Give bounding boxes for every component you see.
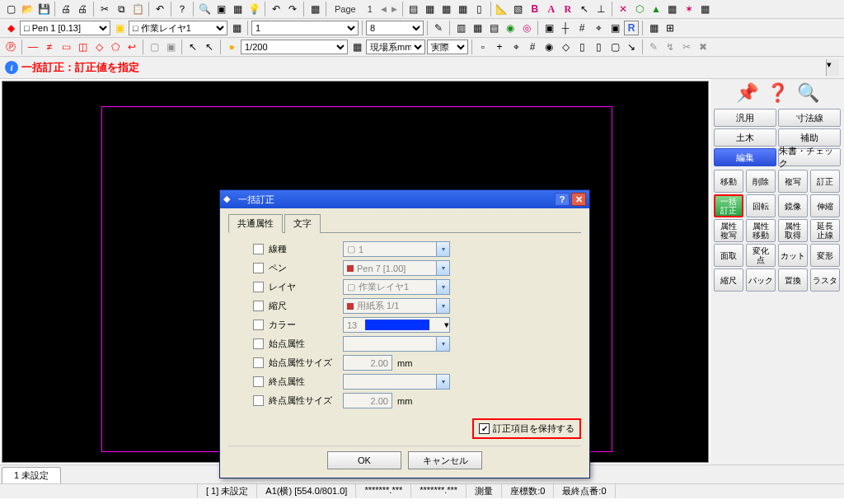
eyedrop-icon[interactable]: ✎ (431, 21, 446, 35)
page-next-icon[interactable]: ▶ (390, 5, 399, 13)
sheet-settings-icon[interactable]: ▦ (307, 2, 322, 16)
osnap2-icon[interactable]: + (492, 40, 507, 54)
line1-icon[interactable]: — (26, 40, 40, 54)
scale-select[interactable]: 1/200 (241, 40, 348, 54)
pen-icon[interactable]: ◆ (3, 21, 18, 35)
misc6-icon[interactable]: ▦ (698, 2, 713, 16)
layer-config-icon[interactable]: ▦ (229, 21, 244, 35)
cmd-replace[interactable]: 置換 (778, 268, 808, 292)
undo2-icon[interactable]: ↶ (269, 2, 284, 16)
chk-linetype[interactable] (253, 244, 264, 254)
bold-icon[interactable]: B (528, 2, 542, 16)
layer-icon[interactable]: ▤ (406, 2, 421, 16)
ok-button[interactable]: OK (327, 451, 401, 469)
cmd-attrcopy[interactable]: 属性 複写 (714, 219, 743, 242)
cmd-attrmove[interactable]: 属性 移動 (746, 219, 776, 242)
grid5-icon[interactable]: ▣ (607, 21, 622, 35)
fld-layer[interactable]: ▢作業レイヤ1▾ (343, 279, 450, 295)
paste-icon[interactable]: 📋 (130, 2, 145, 16)
text-r-icon[interactable]: R (560, 2, 575, 16)
cmd-raster[interactable]: ラスタ (810, 268, 840, 292)
chk-color[interactable] (253, 320, 264, 330)
box1-icon[interactable]: ▭ (59, 40, 73, 54)
cursor2-icon[interactable]: ↖ (202, 40, 217, 54)
template-icon[interactable]: ▦ (456, 2, 471, 16)
extra2-icon[interactable]: ⊞ (663, 21, 678, 35)
fld-color[interactable]: 13▾ (343, 317, 450, 333)
cmd-mirror[interactable]: 鏡像 (778, 194, 808, 217)
fld-scale[interactable]: 用紙系 1/1▾ (343, 298, 450, 314)
scale-icon[interactable]: ● (224, 40, 239, 54)
cut-icon[interactable]: ✂ (97, 2, 112, 16)
side-scroll[interactable]: ▾ (826, 59, 839, 76)
cmd-vertex[interactable]: 変化 点 (746, 244, 776, 267)
chk-scale[interactable] (253, 301, 264, 311)
fld-end-size[interactable]: 2.00 (343, 393, 392, 408)
dialog-close-button[interactable]: ✕ (571, 193, 586, 206)
zoom-in-icon[interactable]: 🔍 (197, 2, 212, 16)
help-icon[interactable]: ？ (175, 2, 190, 16)
osnap7-icon[interactable]: ▯ (574, 40, 589, 54)
zoom-ext-icon[interactable]: ▣ (213, 2, 228, 16)
chk-pen[interactable] (253, 263, 264, 273)
osnap9-icon[interactable]: ▢ (607, 40, 622, 54)
misc5-icon[interactable]: ✶ (682, 2, 696, 16)
print-icon[interactable]: 🖨 (75, 2, 90, 16)
cmd-correct[interactable]: 訂正 (810, 170, 840, 193)
osnap10-icon[interactable]: ↘ (624, 40, 639, 54)
fld-start-size[interactable]: 2.00 (343, 355, 392, 371)
rp-general[interactable]: 汎用 (714, 109, 776, 127)
grid1-icon[interactable]: ▣ (542, 21, 556, 35)
osnap5-icon[interactable]: ◉ (542, 40, 556, 54)
open-icon[interactable]: 📂 (20, 2, 35, 16)
rp-edit[interactable]: 編集 (714, 148, 776, 166)
osnap6-icon[interactable]: ◇ (558, 40, 573, 54)
r-box-icon[interactable]: R (624, 21, 639, 35)
pan-icon[interactable]: Ⓟ (3, 40, 18, 54)
snap2-icon[interactable]: ▦ (470, 21, 485, 35)
help2-icon[interactable]: ❓ (767, 82, 789, 104)
fld-end-attr[interactable]: ▾ (343, 374, 450, 390)
rp-aux[interactable]: 補助 (778, 128, 841, 147)
chk-start-attr[interactable] (253, 338, 264, 349)
arc-icon[interactable]: ⬠ (108, 40, 123, 54)
layer-select[interactable]: □ 作業レイヤ1 (129, 21, 227, 35)
circle-icon[interactable]: ◇ (91, 40, 106, 54)
page-prev-icon[interactable]: ◀ (379, 5, 388, 13)
box2-icon[interactable]: ◫ (75, 40, 90, 54)
osnap8-icon[interactable]: ▯ (591, 40, 606, 54)
coord-select[interactable]: 現場系mm (366, 40, 425, 54)
snap1-icon[interactable]: ▥ (453, 21, 468, 35)
sel1-icon[interactable]: ▢ (147, 40, 162, 54)
cmd-move[interactable]: 移動 (714, 170, 743, 193)
perp-icon[interactable]: ⊥ (593, 2, 608, 16)
layer-icon2[interactable]: ▣ (112, 21, 127, 35)
idea-icon[interactable]: 💡 (246, 2, 261, 16)
cmd-delete[interactable]: 削除 (746, 170, 776, 193)
dialog-help-button[interactable]: ? (555, 193, 570, 206)
chk-start-size[interactable] (253, 357, 264, 368)
undo-icon[interactable]: ↶ (152, 2, 167, 16)
cmd-stretch[interactable]: 伸縮 (810, 194, 840, 217)
osnap3-icon[interactable]: ⌖ (509, 40, 523, 54)
pen-select[interactable]: □ Pen 1 [0.13] (20, 21, 110, 35)
cmd-attrget[interactable]: 属性 取得 (778, 219, 808, 242)
snap5-icon[interactable]: ◎ (519, 21, 534, 35)
sel2-icon[interactable]: ▣ (163, 40, 178, 54)
line2-icon[interactable]: ≠ (42, 40, 57, 54)
print-preview-icon[interactable]: 🖨 (59, 2, 73, 16)
search2-icon[interactable]: 🔍 (797, 82, 819, 104)
size-select[interactable]: 8 (366, 21, 424, 35)
env-select[interactable]: 実際 (427, 40, 468, 54)
new-icon[interactable]: ▢ (3, 2, 18, 16)
tab-common[interactable]: 共通属性 (228, 214, 283, 233)
zoom-win-icon[interactable]: ▦ (230, 2, 245, 16)
fld-linetype[interactable]: ▢1▾ (343, 241, 450, 257)
cmd-rotate[interactable]: 回転 (746, 194, 776, 217)
chk-layer[interactable] (253, 282, 264, 292)
cancel-button[interactable]: キャンセル (408, 451, 482, 469)
grid3-icon[interactable]: # (574, 21, 589, 35)
sheet-icon[interactable]: ▦ (423, 2, 438, 16)
chk-keep[interactable]: ✔ (479, 423, 490, 434)
extra1-icon[interactable]: ▦ (646, 21, 661, 35)
